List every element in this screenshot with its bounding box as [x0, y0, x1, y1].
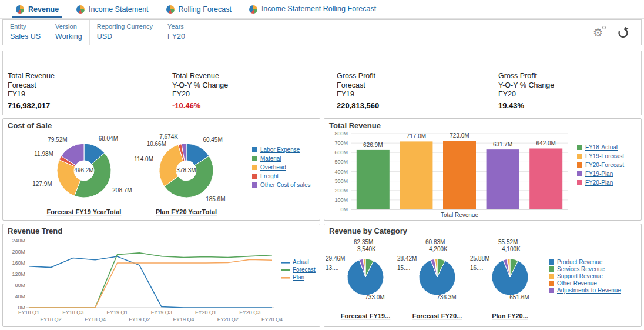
donut-title-link[interactable]: Forecast FY19 YearTotal: [47, 208, 122, 215]
y-axis-tick-label: 800M: [334, 131, 348, 136]
legend-item[interactable]: Adjustments to Revenue: [557, 287, 621, 294]
tab-revenue[interactable]: Revenue: [7, 0, 68, 18]
pov-entity[interactable]: Entity Sales US: [3, 20, 48, 45]
x-axis-label[interactable]: Total Revenue: [441, 212, 478, 218]
kpi-title-line: Total Revenue: [8, 72, 55, 81]
data-label: 3,540K: [357, 246, 376, 252]
pie-title-link[interactable]: Forecast FY20...: [412, 312, 462, 319]
kpi-title-line: Total Revenue: [172, 72, 228, 81]
legend-item[interactable]: Freight: [260, 173, 279, 179]
legend-swatch: [549, 266, 554, 272]
x-axis-tick-label: FY18 Q3: [62, 309, 83, 315]
legend-item[interactable]: FY18-Actual: [585, 144, 618, 151]
data-label: 62.35M: [354, 239, 373, 245]
legend-item[interactable]: Other Cost of sales: [260, 182, 311, 188]
legend-swatch: [252, 165, 257, 170]
kpi-title-line: Gross Profit: [498, 72, 554, 81]
pov-bar: Entity Sales US Version Working Reportin…: [2, 19, 642, 45]
kpi-total-revenue-forecast[interactable]: Total Revenue Forecast FY19 716,982,017: [8, 72, 55, 110]
kpi-title-line: FY20: [498, 90, 554, 99]
data-label: 717.0M: [407, 133, 426, 139]
y-axis-tick-label: 120M: [12, 271, 25, 277]
refresh-icon[interactable]: [617, 26, 629, 39]
data-label: 733.0M: [365, 294, 384, 301]
data-label: 15....: [397, 265, 410, 271]
kpi-total-revenue-yoy-change[interactable]: Total Revenue Y-O-Y % Change FY20 -10.46…: [172, 72, 228, 110]
pov-version[interactable]: Version Working: [48, 20, 90, 45]
x-axis-tick-label: FY18 Q4: [85, 316, 106, 322]
legend-item[interactable]: Services Revenue: [557, 266, 605, 272]
data-label: 208.7M: [112, 187, 132, 194]
legend-item[interactable]: FY19-Plan: [585, 171, 613, 177]
tab-label: Income Statement Rolling Forecast: [261, 5, 376, 14]
legend-swatch: [577, 145, 582, 150]
legend-swatch: [252, 156, 257, 161]
legend-item[interactable]: Material: [260, 155, 281, 162]
line-series[interactable]: [29, 259, 272, 308]
panel-title: Revenue by Category: [324, 224, 641, 236]
data-label: 79.52M: [48, 136, 67, 143]
data-label: 29.46M: [326, 255, 345, 262]
legend-swatch: [577, 180, 582, 185]
pov-dimension-label: Entity: [10, 23, 41, 30]
pov-member-value[interactable]: Working: [55, 32, 82, 41]
legend-item[interactable]: FY20-Plan: [585, 179, 613, 186]
kpi-gross-profit-yoy-change[interactable]: Gross Profit Y-O-Y % Change FY20 19.43%: [498, 72, 554, 110]
pov-reporting-currency[interactable]: Reporting Currency USD: [90, 20, 160, 45]
tab-label: Income Statement: [89, 5, 148, 14]
x-axis-tick-label: FY18 Q1: [18, 309, 39, 315]
data-label: 60.83M: [425, 239, 445, 245]
data-label: 25.88M: [470, 255, 489, 262]
kpi-title-line: Forecast: [8, 81, 55, 91]
tab-rolling-forecast[interactable]: Rolling Forecast: [157, 0, 240, 18]
data-label: 60.45M: [203, 136, 222, 143]
legend-item[interactable]: FY19-Forecast: [585, 153, 624, 159]
legend-item[interactable]: FY20-Forecast: [585, 162, 624, 168]
legend-item[interactable]: Actual: [293, 259, 309, 265]
legend-swatch: [252, 147, 257, 152]
legend-swatch: [281, 269, 290, 271]
line-series[interactable]: [29, 256, 272, 308]
revenue-trend-panel: Revenue Trend 0M40M80M120M160M200M240MFY…: [2, 224, 320, 327]
panel-title: Cost of Sale: [3, 119, 320, 131]
data-label: 626.9M: [363, 142, 383, 148]
data-label: 736.3M: [437, 294, 456, 301]
panel-title: Revenue Trend: [3, 224, 320, 236]
pie-title-link[interactable]: Forecast FY19...: [341, 312, 390, 319]
legend-item[interactable]: Support Revenue: [557, 273, 603, 279]
pov-member-value[interactable]: Sales US: [10, 32, 41, 41]
bar[interactable]: [529, 148, 562, 209]
legend-item[interactable]: Other Revenue: [557, 280, 597, 286]
bar[interactable]: [400, 141, 432, 209]
bar[interactable]: [487, 149, 519, 209]
chart-icon: [76, 5, 85, 14]
pov-member-value[interactable]: USD: [97, 32, 153, 41]
y-axis-tick-label: 400M: [334, 169, 348, 175]
tab-income-statement[interactable]: Income Statement: [68, 0, 157, 18]
settings-gear-icon[interactable]: ⚙: [593, 27, 603, 38]
y-axis-tick-label: 40M: [15, 294, 25, 299]
legend-item[interactable]: Overhead: [260, 164, 286, 171]
tab-label: Rolling Forecast: [179, 5, 232, 14]
legend-swatch: [252, 182, 257, 188]
kpi-gross-profit-forecast[interactable]: Gross Profit Forecast FY19 220,813,560: [337, 72, 379, 110]
legend-item[interactable]: Labor Expense: [260, 146, 300, 153]
legend-swatch: [549, 288, 554, 293]
bar[interactable]: [443, 141, 476, 209]
legend-item[interactable]: Plan: [293, 274, 304, 281]
pov-years[interactable]: Years FY20: [160, 20, 192, 45]
pie-title-link[interactable]: Plan FY20...: [492, 312, 528, 319]
dashboard-tab-bar: Revenue Income Statement Rolling Forecas…: [0, 0, 644, 19]
donut-title-link[interactable]: Plan FY20 YearTotal: [156, 208, 217, 215]
tab-income-statement-rolling-forecast[interactable]: Income Statement Rolling Forecast: [240, 0, 385, 18]
pov-member-value[interactable]: FY20: [167, 32, 185, 41]
x-axis-tick-label: FY19 Q4: [173, 316, 194, 322]
legend-item[interactable]: Forecast: [293, 266, 316, 273]
revenue-trend-chart: 0M40M80M120M160M200M240MFY18 Q1FY18 Q2FY…: [3, 236, 320, 326]
data-label: 114.0M: [134, 156, 153, 162]
total-revenue-chart: 0M100M200M300M400M500M600M700M800M626.9M…: [324, 131, 641, 219]
donut-total-label: 378.3M: [176, 167, 196, 174]
legend-item[interactable]: Product Revenue: [557, 259, 603, 265]
bar[interactable]: [357, 150, 390, 209]
kpi-title-line: FY19: [337, 90, 379, 99]
